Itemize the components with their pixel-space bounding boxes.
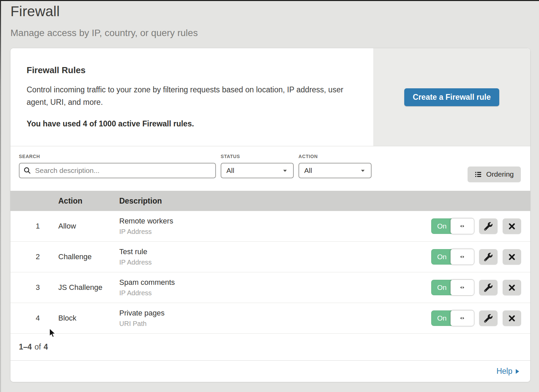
rule-enabled-toggle[interactable]: On [431, 280, 474, 295]
pagination-total: 4 [44, 342, 48, 352]
chevron-down-icon [282, 168, 288, 174]
edit-rule-button[interactable] [479, 280, 498, 295]
wrench-icon [484, 283, 493, 292]
wrench-icon [484, 314, 493, 323]
firewall-rules-intro: Firewall Rules Control incoming traffic … [10, 48, 530, 146]
pagination-bar: 1–4 of 4 [10, 334, 530, 361]
firewall-rules-intro-text: Firewall Rules Control incoming traffic … [10, 48, 373, 146]
edit-rule-button[interactable] [479, 218, 498, 234]
rule-enabled-toggle[interactable]: On [431, 249, 474, 265]
left-right-arrows-icon [459, 315, 466, 322]
table-header-description: Description [119, 197, 416, 206]
rule-controls: On [416, 249, 530, 265]
search-icon [23, 167, 31, 175]
action-select[interactable]: All [298, 163, 372, 178]
screen-top-edge [0, 0, 539, 1]
rule-description: Remote workers [119, 217, 416, 225]
table-row: 3 JS Challenge Spam comments IP Address … [10, 272, 530, 303]
firewall-rules-heading: Firewall Rules [27, 65, 360, 76]
search-input[interactable] [19, 163, 216, 178]
action-filter-group: ACTION All [298, 154, 372, 178]
rule-controls: On [416, 310, 530, 326]
page-subtitle: Manage access by IP, country, or query r… [10, 28, 539, 38]
table-row: 2 Challenge Test rule IP Address On [10, 242, 530, 272]
rule-match-type: IP Address [119, 289, 416, 297]
chevron-down-icon [360, 168, 366, 174]
rule-number: 1 [10, 222, 58, 231]
rule-enabled-toggle[interactable]: On [431, 218, 474, 234]
left-right-arrows-icon [459, 223, 466, 230]
rule-description-cell: Remote workers IP Address [119, 217, 416, 236]
status-selected-value: All [226, 167, 234, 175]
help-link[interactable]: Help [497, 367, 519, 376]
rule-action: Block [58, 314, 119, 323]
table-header-row: Action Description [10, 191, 530, 211]
pagination-of: of [34, 342, 41, 352]
rule-match-type: URI Path [119, 320, 416, 328]
filters-bar: SEARCH STATUS All ACTION All [10, 146, 530, 191]
rule-action: Challenge [58, 252, 119, 261]
rule-controls: On [416, 280, 530, 295]
help-link-label: Help [497, 367, 512, 376]
firewall-rules-usage: You have used 4 of 1000 active Firewall … [27, 119, 360, 128]
screen-left-edge [0, 0, 1, 392]
edit-rule-button[interactable] [479, 249, 498, 265]
rule-action: Allow [58, 222, 119, 231]
action-label: ACTION [298, 154, 372, 159]
rule-number: 3 [10, 283, 58, 292]
delete-rule-button[interactable] [503, 249, 521, 265]
x-icon [508, 253, 516, 261]
status-select[interactable]: All [221, 163, 294, 178]
edit-rule-button[interactable] [479, 310, 498, 326]
status-filter-group: STATUS All [221, 154, 294, 178]
search-label: SEARCH [19, 154, 216, 159]
rule-description: Spam comments [119, 278, 416, 287]
rule-description: Test rule [119, 247, 416, 256]
pagination-range: 1–4 [19, 342, 32, 352]
left-right-arrows-icon [459, 284, 466, 291]
firewall-rules-card: Firewall Rules Control incoming traffic … [10, 48, 531, 382]
list-icon [475, 171, 482, 178]
toggle-handle[interactable] [450, 310, 474, 326]
delete-rule-button[interactable] [503, 218, 521, 234]
firewall-rules-description: Control incoming traffic to your zone by… [27, 84, 347, 109]
rule-match-type: IP Address [119, 228, 416, 236]
create-rule-panel: Create a Firewall rule [373, 48, 530, 146]
status-label: STATUS [221, 154, 294, 159]
toggle-handle[interactable] [450, 218, 474, 234]
toggle-on-label: On [431, 310, 453, 326]
page-title: Firewall [10, 3, 539, 20]
ordering-button[interactable]: Ordering [468, 167, 521, 182]
rule-description-cell: Spam comments IP Address [119, 278, 416, 297]
x-icon [508, 222, 516, 230]
rule-description-cell: Test rule IP Address [119, 247, 416, 266]
toggle-handle[interactable] [450, 279, 474, 296]
ordering-button-label: Ordering [486, 170, 514, 178]
toggle-on-label: On [431, 249, 453, 265]
card-footer: Help [10, 361, 530, 382]
rule-enabled-toggle[interactable]: On [431, 310, 474, 326]
x-icon [508, 314, 516, 322]
right-triangle-icon [516, 369, 519, 374]
rule-description: Private pages [119, 309, 416, 318]
delete-rule-button[interactable] [503, 280, 521, 295]
table-header-action: Action [58, 197, 119, 206]
toggle-on-label: On [431, 280, 453, 295]
rule-action: JS Challenge [58, 283, 119, 292]
firewall-page: Firewall Manage access by IP, country, o… [0, 0, 539, 392]
toggle-on-label: On [431, 218, 453, 234]
rule-controls: On [416, 218, 530, 234]
table-row: 4 Block Private pages URI Path On [10, 303, 530, 334]
toggle-handle[interactable] [450, 249, 474, 265]
delete-rule-button[interactable] [503, 310, 521, 326]
left-right-arrows-icon [459, 253, 466, 260]
action-selected-value: All [304, 167, 312, 175]
create-firewall-rule-button[interactable]: Create a Firewall rule [404, 88, 499, 106]
rule-description-cell: Private pages URI Path [119, 309, 416, 328]
search-filter-group: SEARCH [19, 154, 216, 178]
wrench-icon [484, 222, 493, 231]
rule-number: 2 [10, 252, 58, 261]
page-header: Firewall Manage access by IP, country, o… [0, 0, 539, 38]
search-input-wrap [19, 163, 216, 178]
table-row: 1 Allow Remote workers IP Address On [10, 211, 530, 242]
